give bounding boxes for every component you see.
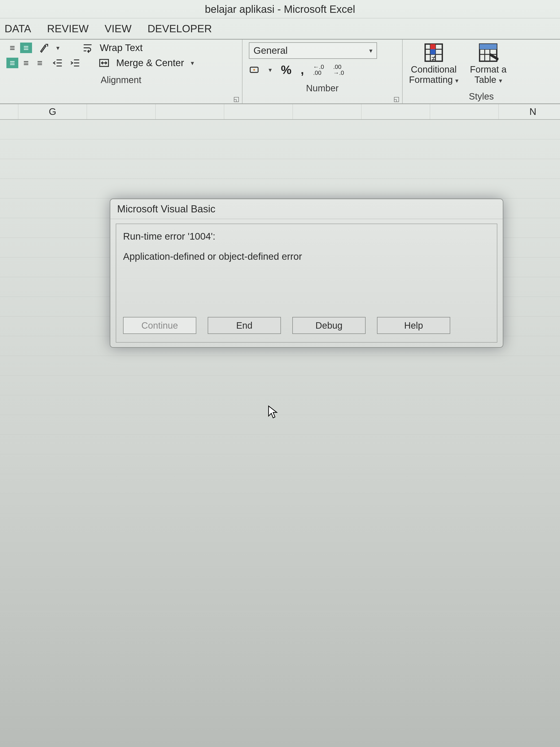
merge-center-button[interactable]: Merge & Center	[116, 57, 184, 69]
chevron-down-icon: ▾	[369, 47, 372, 54]
col-header-j[interactable]	[224, 104, 293, 119]
svg-rect-4	[430, 44, 435, 49]
merge-center-icon	[99, 58, 109, 68]
alignment-dialog-launcher-icon[interactable]: ◱	[233, 95, 240, 102]
decrease-indent-icon[interactable]	[53, 58, 63, 68]
accounting-dropdown-icon[interactable]: ▾	[269, 66, 272, 74]
format-as-table-dropdown-icon: ▾	[499, 77, 502, 84]
align-top-icon[interactable]: ≡	[6, 43, 18, 53]
col-header-spacer	[0, 104, 18, 119]
tab-data[interactable]: DATA	[5, 22, 31, 35]
col-header-k[interactable]	[293, 104, 362, 119]
dialog-buttons: Continue End Debug Help	[123, 317, 490, 334]
number-format-select[interactable]: General ▾	[249, 42, 377, 59]
dialog-error-line2: Application-defined or object-defined er…	[123, 251, 490, 262]
comma-style-button[interactable]: ,	[300, 63, 304, 77]
window-title: belajar aplikasi - Microsoft Excel	[205, 3, 355, 15]
increase-decimal-button[interactable]: ←.0.00	[313, 64, 324, 76]
number-group-label: Number	[249, 81, 396, 93]
orientation-dropdown-icon[interactable]: ▾	[56, 44, 59, 52]
increase-indent-icon[interactable]	[70, 58, 81, 68]
col-header-l[interactable]	[362, 104, 430, 119]
help-button[interactable]: Help	[377, 317, 450, 334]
conditional-label: Conditional	[411, 64, 457, 75]
merge-center-dropdown-icon[interactable]: ▾	[191, 59, 194, 67]
styles-group-label: Styles	[409, 89, 554, 102]
align-right-icon[interactable]: ≡	[34, 58, 46, 68]
svg-rect-8	[480, 44, 497, 49]
tab-review[interactable]: REVIEW	[47, 22, 88, 35]
column-headers: G N	[0, 104, 560, 120]
window-title-bar: belajar aplikasi - Microsoft Excel	[0, 0, 560, 18]
format-as-table-icon	[478, 42, 499, 63]
ribbon-group-alignment: ≡ ≡ ▾ Wrap Text ≡ ≡ ≡	[0, 40, 242, 103]
wrap-text-icon	[82, 43, 93, 53]
conditional-formatting-button[interactable]: ≠ Conditional Formatting ▾	[409, 42, 458, 85]
col-header-h[interactable]	[87, 104, 156, 119]
debug-button[interactable]: Debug	[292, 317, 366, 334]
ribbon-group-styles: ≠ Conditional Formatting ▾ Format a Tabl…	[403, 40, 560, 103]
format-as-label: Format a	[470, 64, 506, 75]
conditional-formatting-icon: ≠	[423, 42, 444, 63]
svg-point-2	[253, 69, 255, 71]
ribbon-group-number: General ▾ ▾ % , ←.0.00 .00→.0 Number ◱	[242, 40, 403, 103]
conditional-formatting-dropdown-icon: ▾	[455, 77, 458, 84]
decrease-decimal-button[interactable]: .00→.0	[333, 64, 344, 76]
wrap-text-button[interactable]: Wrap Text	[100, 42, 143, 53]
tab-developer[interactable]: DEVELOPER	[148, 22, 212, 35]
number-dialog-launcher-icon[interactable]: ◱	[394, 95, 400, 102]
table-label: Table	[475, 75, 497, 85]
align-center-icon[interactable]: ≡	[20, 58, 32, 68]
ribbon-tabs: DATA REVIEW VIEW DEVELOPER	[0, 18, 560, 40]
dialog-body: Run-time error '1004': Application-defin…	[116, 224, 497, 343]
continue-button: Continue	[123, 317, 196, 334]
number-format-value: General	[254, 45, 288, 56]
ribbon-body: ≡ ≡ ▾ Wrap Text ≡ ≡ ≡	[0, 40, 560, 104]
col-header-n[interactable]: N	[499, 104, 560, 119]
dialog-title: Microsoft Visual Basic	[110, 199, 503, 219]
dialog-error-line1: Run-time error '1004':	[123, 231, 490, 242]
alignment-group-label: Alignment	[6, 73, 236, 85]
col-header-m[interactable]	[430, 104, 499, 119]
col-header-g[interactable]: G	[18, 104, 87, 119]
orientation-icon[interactable]	[39, 43, 49, 53]
worksheet-area[interactable]: G N	[0, 104, 560, 653]
percent-style-button[interactable]: %	[281, 63, 291, 77]
svg-text:≠: ≠	[431, 54, 436, 63]
end-button[interactable]: End	[208, 317, 281, 334]
align-left-icon[interactable]: ≡	[6, 58, 18, 68]
grid-rows[interactable]	[0, 120, 560, 632]
error-dialog: Microsoft Visual Basic Run-time error '1…	[110, 199, 503, 347]
format-as-table-button[interactable]: Format a Table ▾	[470, 42, 506, 85]
col-header-i[interactable]	[156, 104, 224, 119]
formatting-label: Formatting	[409, 75, 453, 85]
align-middle-icon[interactable]: ≡	[20, 43, 32, 53]
accounting-format-icon[interactable]	[249, 65, 260, 75]
tab-view[interactable]: VIEW	[105, 22, 132, 35]
